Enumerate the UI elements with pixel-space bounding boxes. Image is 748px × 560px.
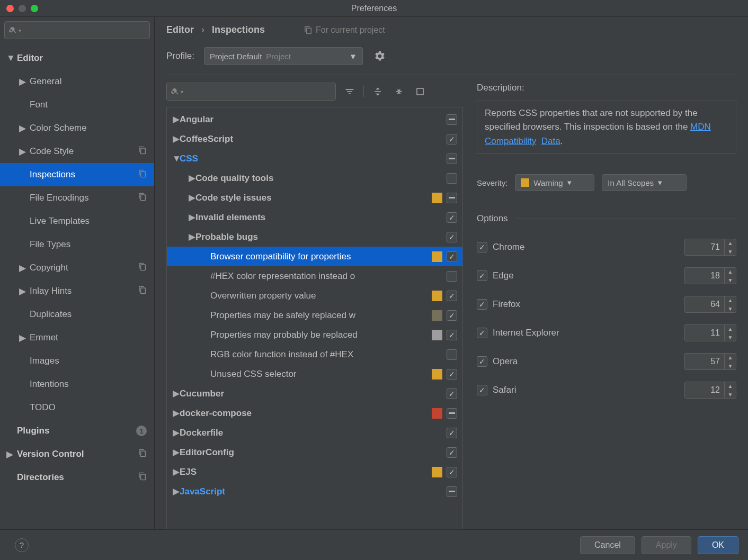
inspection-row[interactable]: ▶CoffeeScript xyxy=(167,129,462,149)
sidebar-item-version-control[interactable]: ▶Version Control xyxy=(0,442,154,466)
browser-version-input[interactable] xyxy=(685,385,724,395)
inspection-search-input[interactable]: ▾ xyxy=(166,83,336,101)
inspection-row[interactable]: ▶Cucumber xyxy=(167,384,462,403)
sidebar-item-duplicates[interactable]: Duplicates xyxy=(0,303,154,326)
sidebar-item-emmet[interactable]: ▶Emmet xyxy=(0,326,154,349)
browser-version-stepper[interactable]: ▲▼ xyxy=(684,353,736,370)
browser-version-stepper[interactable]: ▲▼ xyxy=(684,296,736,313)
sidebar-search-input[interactable]: ▾ xyxy=(4,21,150,39)
stepper-up-icon[interactable]: ▲ xyxy=(725,353,736,362)
inspection-checkbox[interactable] xyxy=(447,349,457,360)
sidebar-item-directories[interactable]: Directories xyxy=(0,466,154,489)
gear-icon[interactable] xyxy=(372,49,387,64)
sidebar-item-live-templates[interactable]: Live Templates xyxy=(0,210,154,233)
inspection-row[interactable]: ▶Code quality tools xyxy=(167,168,462,188)
sidebar-item-general[interactable]: ▶General xyxy=(0,70,154,93)
inspection-checkbox[interactable] xyxy=(447,291,457,301)
browser-version-input[interactable] xyxy=(685,328,724,338)
breadcrumb-editor[interactable]: Editor xyxy=(166,24,194,35)
inspection-checkbox[interactable] xyxy=(447,134,457,144)
sidebar-item-inspections[interactable]: Inspections xyxy=(0,163,154,186)
inspection-row[interactable]: ▶EditorConfig xyxy=(167,442,462,462)
inspection-row[interactable]: Unused CSS selector xyxy=(167,364,462,384)
browser-version-input[interactable] xyxy=(685,357,724,366)
inspection-row[interactable]: ▶Angular xyxy=(167,110,462,129)
sidebar-item-images[interactable]: Images xyxy=(0,349,154,373)
sidebar-item-todo[interactable]: TODO xyxy=(0,396,154,419)
cancel-button[interactable]: Cancel xyxy=(580,536,635,554)
stepper-down-icon[interactable]: ▼ xyxy=(725,304,736,313)
inspection-checkbox[interactable] xyxy=(447,114,457,125)
sidebar-item-inlay-hints[interactable]: ▶Inlay Hints xyxy=(0,279,154,303)
inspection-row[interactable]: ▶Code style issues xyxy=(167,188,462,207)
browser-version-stepper[interactable]: ▲▼ xyxy=(684,239,736,256)
inspection-checkbox[interactable] xyxy=(447,467,457,477)
expand-all-icon[interactable] xyxy=(370,84,385,99)
inspection-row[interactable]: ▶Dockerfile xyxy=(167,423,462,442)
severity-combo[interactable]: Warning ▾ xyxy=(515,174,594,191)
inspection-checkbox[interactable] xyxy=(447,330,457,340)
mdn-link-2[interactable]: Data xyxy=(541,136,560,146)
browser-version-input[interactable] xyxy=(685,300,724,309)
sidebar-item-intentions[interactable]: Intentions xyxy=(0,373,154,396)
browser-checkbox[interactable] xyxy=(477,299,487,310)
inspection-row[interactable]: RGB color function instead of #HEX xyxy=(167,345,462,364)
ok-button[interactable]: OK xyxy=(698,536,738,554)
stepper-up-icon[interactable]: ▲ xyxy=(725,382,736,390)
inspection-row[interactable]: Properties may probably be replaced xyxy=(167,325,462,345)
inspection-row[interactable]: ▶EJS xyxy=(167,462,462,482)
sidebar-item-editor[interactable]: ▼Editor xyxy=(0,47,154,70)
scope-combo[interactable]: In All Scopes ▾ xyxy=(602,174,687,191)
stepper-down-icon[interactable]: ▼ xyxy=(725,362,736,370)
inspection-row[interactable]: #HEX color representation instead o xyxy=(167,266,462,286)
inspection-checkbox[interactable] xyxy=(447,232,457,242)
sidebar-item-file-types[interactable]: File Types xyxy=(0,233,154,256)
inspection-checkbox[interactable] xyxy=(447,369,457,380)
inspection-checkbox[interactable] xyxy=(447,389,457,399)
reset-icon[interactable] xyxy=(413,84,428,99)
stepper-down-icon[interactable]: ▼ xyxy=(725,333,736,341)
inspection-checkbox[interactable] xyxy=(447,447,457,458)
inspection-checkbox[interactable] xyxy=(447,310,457,321)
sidebar-item-file-encodings[interactable]: File Encodings xyxy=(0,186,154,210)
inspection-row[interactable]: ▶JavaScript xyxy=(167,482,462,501)
inspection-checkbox[interactable] xyxy=(447,251,457,262)
browser-version-stepper[interactable]: ▲▼ xyxy=(684,324,736,341)
collapse-all-icon[interactable] xyxy=(391,84,406,99)
browser-version-input[interactable] xyxy=(685,271,724,281)
inspection-row[interactable]: Overwritten property value xyxy=(167,286,462,305)
inspection-checkbox[interactable] xyxy=(447,212,457,223)
browser-checkbox[interactable] xyxy=(477,356,487,367)
inspection-checkbox[interactable] xyxy=(447,153,457,164)
browser-checkbox[interactable] xyxy=(477,385,487,395)
browser-checkbox[interactable] xyxy=(477,242,487,252)
browser-version-stepper[interactable]: ▲▼ xyxy=(684,267,736,284)
browser-checkbox[interactable] xyxy=(477,270,487,281)
sidebar-item-plugins[interactable]: Plugins1 xyxy=(0,419,154,442)
stepper-down-icon[interactable]: ▼ xyxy=(725,390,736,399)
browser-version-stepper[interactable]: ▲▼ xyxy=(684,382,736,399)
sidebar-item-copyright[interactable]: ▶Copyright xyxy=(0,256,154,279)
filter-icon[interactable] xyxy=(342,84,357,99)
inspection-row[interactable]: ▼CSS xyxy=(167,149,462,168)
inspection-checkbox[interactable] xyxy=(447,486,457,497)
sidebar-item-font[interactable]: Font xyxy=(0,93,154,116)
inspection-checkbox[interactable] xyxy=(447,428,457,438)
inspection-row[interactable]: ▶Invalid elements xyxy=(167,207,462,227)
stepper-down-icon[interactable]: ▼ xyxy=(725,247,736,256)
help-button[interactable]: ? xyxy=(15,538,29,552)
inspection-row[interactable]: ▶docker-compose xyxy=(167,403,462,423)
inspection-row[interactable]: ▶Probable bugs xyxy=(167,227,462,247)
stepper-up-icon[interactable]: ▲ xyxy=(725,324,736,333)
sidebar-item-color-scheme[interactable]: ▶Color Scheme xyxy=(0,116,154,140)
inspection-checkbox[interactable] xyxy=(447,408,457,419)
stepper-up-icon[interactable]: ▲ xyxy=(725,267,736,276)
stepper-up-icon[interactable]: ▲ xyxy=(725,296,736,304)
apply-button[interactable]: Apply xyxy=(642,536,691,554)
inspection-tree[interactable]: ▶Angular▶CoffeeScript▼CSS▶Code quality t… xyxy=(166,107,463,529)
inspection-row[interactable]: Browser compatibility for properties xyxy=(167,247,462,266)
stepper-down-icon[interactable]: ▼ xyxy=(725,276,736,284)
stepper-up-icon[interactable]: ▲ xyxy=(725,239,736,247)
profile-combo[interactable]: Project Default Project ▼ xyxy=(204,47,363,65)
inspection-row[interactable]: Properties may be safely replaced w xyxy=(167,305,462,325)
